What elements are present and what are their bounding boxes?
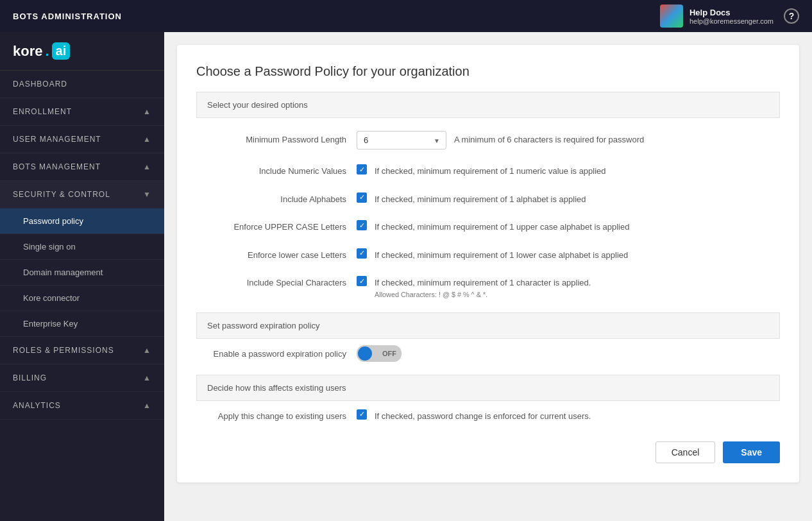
apply-change-desc: If checked, password change is enforced … <box>375 407 591 423</box>
special-chars-row: Include Special Characters If checked, m… <box>196 274 780 300</box>
sidebar-billing-label: BILLING <box>13 373 47 382</box>
section1-header: Select your desired options <box>196 92 780 118</box>
alphabets-label: Include Alphabets <box>203 191 357 204</box>
min-password-label: Minimum Password Length <box>203 131 357 144</box>
numeric-row: Include Numeric Values If checked, minim… <box>196 162 780 178</box>
sidebar-security-label: SECURITY & CONTROL <box>13 190 110 199</box>
sidebar-sub-enterprise-key-label: Enterprise Key <box>23 319 78 329</box>
apply-change-checkbox[interactable] <box>357 409 367 420</box>
main-content: Choose a Password Policy for your organi… <box>164 32 812 521</box>
sidebar-item-roles-permissions[interactable]: ROLES & PERMISSIONS ▲ <box>0 337 164 364</box>
chevron-up-icon: ▲ <box>143 346 151 355</box>
upper-case-control: If checked, minimum requirement of 1 upp… <box>357 218 774 234</box>
toggle-off[interactable]: OFF <box>357 345 402 362</box>
sidebar-sub-password-policy-label: Password policy <box>23 216 83 226</box>
min-password-select[interactable]: 6 7 8 9 10 12 14 16 <box>357 131 446 149</box>
alphabets-control: If checked, minimum requirement of 1 alp… <box>357 191 774 206</box>
toggle-label: OFF <box>382 350 396 357</box>
allowed-chars: Allowed Characters: ! @ $ # % ^ & *. <box>375 289 591 300</box>
sidebar-user-management-label: USER MANAGEMENT <box>13 135 101 144</box>
min-password-row: Minimum Password Length 6 7 8 9 10 12 14… <box>196 131 780 149</box>
sidebar-enrollment-label: ENROLLMENT <box>13 107 72 116</box>
apply-change-control: If checked, password change is enforced … <box>357 407 774 423</box>
upper-case-checkbox[interactable] <box>357 220 367 230</box>
special-chars-control: If checked, minimum requirement of 1 cha… <box>357 274 774 300</box>
section2-header: Set password expiration policy <box>196 312 780 339</box>
lower-case-checkbox[interactable] <box>357 248 367 259</box>
toggle-container[interactable]: OFF <box>357 345 402 362</box>
sidebar-bots-management-label: BOTS MANAGEMENT <box>13 162 101 171</box>
numeric-checkbox[interactable] <box>357 164 367 175</box>
sidebar-sub-kore-connector[interactable]: Kore connector <box>0 286 164 311</box>
expiration-row: Enable a password expiration policy OFF <box>196 345 780 362</box>
chevron-up-icon: ▲ <box>143 401 151 410</box>
btn-row: Cancel Save <box>196 441 780 463</box>
sidebar-sub-kore-connector-label: Kore connector <box>23 293 80 303</box>
upper-case-row: Enforce UPPER CASE Letters If checked, m… <box>196 218 780 234</box>
upper-case-label: Enforce UPPER CASE Letters <box>203 218 357 232</box>
min-password-control: 6 7 8 9 10 12 14 16 A minimum of 6 chara… <box>357 131 774 149</box>
chevron-up-icon: ▲ <box>143 135 151 144</box>
help-docs-email: help@koremessenger.com <box>689 17 774 25</box>
logo-kore: kore <box>13 43 42 60</box>
help-question-icon[interactable]: ? <box>784 8 799 24</box>
sidebar-logo: kore . ai <box>0 32 164 71</box>
numeric-label: Include Numeric Values <box>203 162 357 176</box>
sidebar-sub-domain-label: Domain management <box>23 268 103 277</box>
sidebar-item-security-control[interactable]: SECURITY & CONTROL ▼ <box>0 181 164 209</box>
logo-box: ai <box>52 42 71 60</box>
sidebar-analytics-label: ANALYTICS <box>13 401 61 410</box>
sidebar-roles-label: ROLES & PERMISSIONS <box>13 346 114 355</box>
apply-change-row: Apply this change to existing users If c… <box>196 407 780 423</box>
upper-case-desc: If checked, minimum requirement of 1 upp… <box>375 218 629 234</box>
topbar: BOTS ADMINISTRATION Help Docs help@korem… <box>0 0 812 32</box>
logo: kore . ai <box>13 42 151 60</box>
chevron-up-icon: ▲ <box>143 162 151 171</box>
min-password-select-wrapper[interactable]: 6 7 8 9 10 12 14 16 <box>357 131 446 149</box>
sidebar-item-analytics[interactable]: ANALYTICS ▲ <box>0 392 164 420</box>
sidebar-sub-single-sign-on[interactable]: Single sign on <box>0 234 164 260</box>
sidebar: kore . ai DASHBOARD ENROLLMENT ▲ USER MA… <box>0 32 164 521</box>
expiration-control: OFF <box>357 345 774 362</box>
expiration-label: Enable a password expiration policy <box>203 345 357 359</box>
apply-change-label: Apply this change to existing users <box>203 407 357 421</box>
help-docs-icon <box>660 4 683 28</box>
logo-dot: . <box>45 43 49 60</box>
special-chars-checkbox[interactable] <box>357 276 367 286</box>
sidebar-item-user-management[interactable]: USER MANAGEMENT ▲ <box>0 126 164 153</box>
sidebar-sub-enterprise-key[interactable]: Enterprise Key <box>0 311 164 337</box>
layout: kore . ai DASHBOARD ENROLLMENT ▲ USER MA… <box>0 32 812 521</box>
chevron-down-icon: ▼ <box>143 190 151 199</box>
numeric-desc: If checked, minimum requirement of 1 num… <box>375 162 606 178</box>
page-title: Choose a Password Policy for your organi… <box>196 64 780 79</box>
sidebar-dashboard-label: DASHBOARD <box>13 80 67 89</box>
toggle-thumb <box>358 346 372 361</box>
section3-header: Decide how this affects existing users <box>196 375 780 401</box>
help-docs: Help Docs help@koremessenger.com <box>660 4 774 28</box>
help-text-block: Help Docs help@koremessenger.com <box>689 8 774 25</box>
sidebar-sub-password-policy[interactable]: Password policy <box>0 209 164 234</box>
special-chars-desc: If checked, minimum requirement of 1 cha… <box>375 274 591 300</box>
sidebar-item-enrollment[interactable]: ENROLLMENT ▲ <box>0 98 164 126</box>
lower-case-desc: If checked, minimum requirement of 1 low… <box>375 246 628 262</box>
alphabets-row: Include Alphabets If checked, minimum re… <box>196 191 780 206</box>
alphabets-desc: If checked, minimum requirement of 1 alp… <box>375 191 586 206</box>
min-password-desc: A minimum of 6 characters is required fo… <box>454 131 644 146</box>
cancel-button[interactable]: Cancel <box>656 441 716 463</box>
help-docs-title: Help Docs <box>689 8 774 17</box>
sidebar-item-billing[interactable]: BILLING ▲ <box>0 364 164 392</box>
topbar-right: Help Docs help@koremessenger.com ? <box>660 4 799 28</box>
sidebar-item-bots-management[interactable]: BOTS MANAGEMENT ▲ <box>0 153 164 181</box>
special-chars-label: Include Special Characters <box>203 274 357 287</box>
lower-case-row: Enforce lower case Letters If checked, m… <box>196 246 780 262</box>
lower-case-control: If checked, minimum requirement of 1 low… <box>357 246 774 262</box>
numeric-control: If checked, minimum requirement of 1 num… <box>357 162 774 178</box>
chevron-up-icon: ▲ <box>143 107 151 116</box>
sidebar-sub-sso-label: Single sign on <box>23 242 76 252</box>
chevron-up-icon: ▲ <box>143 373 151 382</box>
save-button[interactable]: Save <box>723 441 780 463</box>
alphabets-checkbox[interactable] <box>357 192 367 203</box>
sidebar-sub-domain-management[interactable]: Domain management <box>0 260 164 286</box>
sidebar-item-dashboard[interactable]: DASHBOARD <box>0 71 164 98</box>
topbar-title: BOTS ADMINISTRATION <box>13 12 122 21</box>
